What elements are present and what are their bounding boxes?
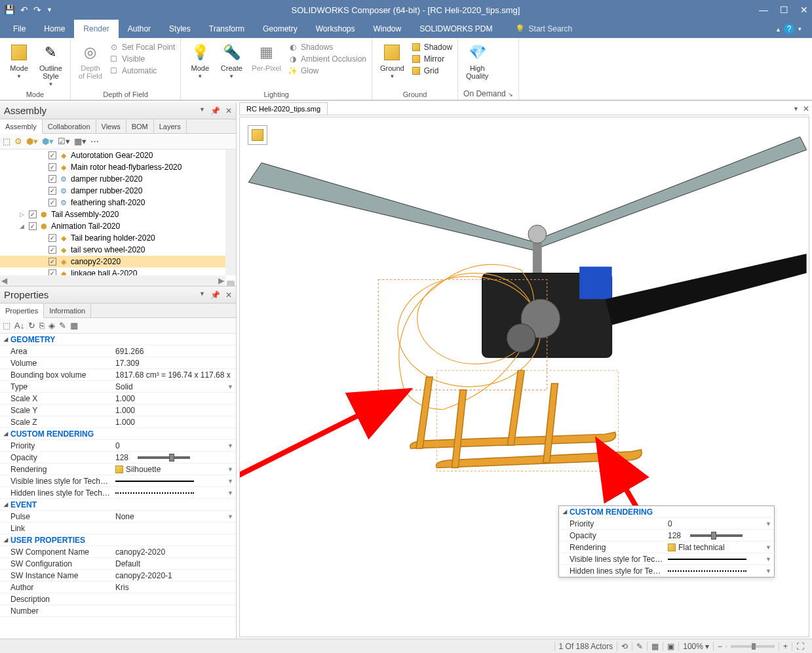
prop-tool-1[interactable]: ⬚ — [3, 321, 10, 330]
dropdown-icon[interactable]: ▼ — [227, 384, 233, 390]
tree-row[interactable]: ✓⚙damper rubber-2020 — [0, 173, 236, 185]
props-menu-icon[interactable]: ▼ — [199, 290, 205, 300]
tree-checkbox[interactable]: ✓ — [48, 187, 56, 195]
property-row[interactable]: Link — [0, 523, 236, 534]
property-row[interactable]: Opacity128 — [559, 530, 774, 542]
property-row[interactable]: Priority0▼ — [559, 518, 774, 530]
menu-render[interactable]: Render — [74, 20, 118, 38]
ground-grid-item[interactable]: Grid — [411, 66, 452, 76]
status-fullscreen-icon[interactable]: ⛶ — [792, 642, 808, 651]
status-zoom-out[interactable]: − — [713, 642, 726, 651]
lighting-mode-button[interactable]: 💡 Mode ▼ — [186, 41, 214, 81]
prop-tool-3[interactable]: ↻ — [28, 321, 35, 330]
menu-author[interactable]: Author — [119, 20, 160, 38]
dropdown-icon[interactable]: ▼ — [227, 466, 233, 473]
minimize-icon[interactable]: — — [759, 5, 768, 15]
panel-menu-icon[interactable]: ▼ — [199, 106, 205, 115]
search-box[interactable]: 💡 Start Search — [515, 24, 573, 33]
tree-tool-2[interactable]: ⚙ — [14, 136, 22, 146]
menu-transform[interactable]: Transform — [200, 20, 254, 38]
property-row[interactable]: Rendering.Silhouette▼ — [0, 464, 236, 475]
property-row[interactable]: SW ConfigurationDefault — [0, 558, 236, 570]
tree-row[interactable]: ✓◆tail servo wheel-2020 — [0, 244, 236, 256]
tab-bom[interactable]: BOM — [126, 119, 154, 133]
property-row[interactable]: Number — [0, 605, 236, 617]
tree-row[interactable]: ▷✓⬢Tail Assembly-2020 — [0, 208, 236, 220]
lighting-create-button[interactable]: 🔦 Create ▼ — [218, 41, 245, 81]
depth-of-field-button[interactable]: ◎ Depth of Field — [76, 41, 105, 81]
maximize-icon[interactable]: ☐ — [780, 5, 788, 15]
property-row[interactable]: PulseNone▼ — [0, 511, 236, 523]
tree-tool-4[interactable]: ⬢▾ — [42, 136, 54, 146]
dropdown-icon[interactable]: ▼ — [765, 556, 771, 563]
tree-tool-5[interactable]: ☑▾ — [58, 136, 70, 146]
property-row[interactable]: SW Instance Namecanopy2-2020-1 — [0, 570, 236, 582]
status-zoom-in[interactable]: + — [779, 642, 792, 651]
property-row[interactable]: Scale X1.000 — [0, 393, 236, 405]
tree-checkbox[interactable]: ✓ — [48, 175, 56, 183]
glow-item[interactable]: ✨Glow — [288, 66, 366, 76]
prop-tool-5[interactable]: ◈ — [48, 321, 55, 330]
ground-shadow-item[interactable]: Shadow — [411, 42, 452, 52]
tree-row[interactable]: ✓◆canopy2-2020 — [0, 256, 236, 267]
ground-button[interactable]: Ground ▼ — [377, 41, 407, 81]
ground-mirror-item[interactable]: Mirror — [411, 54, 452, 64]
shadows-item[interactable]: ◐Shadows — [288, 42, 366, 52]
dof-visible-item[interactable]: ☐Visible — [109, 54, 175, 64]
menu-pdm[interactable]: SOLIDWORKS PDM — [410, 20, 501, 38]
menu-workshops[interactable]: Workshops — [307, 20, 364, 38]
undo-icon[interactable]: ↶ — [20, 5, 28, 15]
high-quality-button[interactable]: 💎 High Quality — [463, 41, 491, 81]
tree-row[interactable]: ◢✓⬢Animation Tail-2020 — [0, 220, 236, 232]
property-row[interactable]: Visible lines style for Technical ....▼ — [0, 475, 236, 487]
tab-assembly[interactable]: Assembly — [0, 119, 43, 134]
menu-window[interactable]: Window — [364, 20, 411, 38]
redo-icon[interactable]: ↷ — [33, 5, 41, 15]
property-row[interactable]: Area.691.266 — [0, 346, 236, 357]
dropdown-icon[interactable]: ▼ — [765, 544, 771, 551]
properties-grid[interactable]: GEOMETRYArea.691.266Volume.17.309Boundin… — [0, 334, 236, 639]
tree-checkbox[interactable]: ✓ — [48, 163, 56, 171]
property-row[interactable]: SW Component Namecanopy2-2020 — [0, 546, 236, 558]
tree-row[interactable]: ✓◆Main rotor head-flybarless-2020 — [0, 161, 236, 173]
property-row[interactable]: Hidden lines style for Technica....▼ — [0, 487, 236, 499]
doctab-close-icon[interactable]: ✕ — [803, 104, 809, 113]
ribbon-collapse-icon[interactable]: ▴ — [777, 26, 780, 33]
dof-automatic-item[interactable]: ☐Automatic — [109, 66, 175, 76]
outline-style-button[interactable]: ✎ Outline Style ▼ — [37, 41, 65, 89]
float-custom-rendering-panel[interactable]: CUSTOM RENDERING Priority0▼Opacity128Ren… — [558, 505, 775, 578]
dropdown-icon[interactable]: ▼ — [227, 490, 233, 496]
tree-checkbox[interactable]: ✓ — [48, 151, 56, 159]
props-pin-icon[interactable]: 📌 — [210, 290, 220, 300]
property-row[interactable]: Scale Z1.000 — [0, 416, 236, 428]
dropdown-icon[interactable]: ▼ — [227, 513, 233, 520]
property-row[interactable]: Visible lines style for Technical ....▼ — [559, 553, 774, 565]
property-row[interactable]: Opacity128 — [0, 452, 236, 464]
tree-row[interactable]: ✓◆Tail bearing holder-2020 — [0, 232, 236, 244]
status-view-icon[interactable]: ▣ — [663, 642, 678, 651]
prop-tool-6[interactable]: ✎ — [59, 321, 66, 330]
status-grid-icon[interactable]: ▦ — [647, 642, 663, 651]
property-row[interactable]: Type.Solid▼ — [0, 381, 236, 393]
property-row[interactable]: Scale Y1.000 — [0, 405, 236, 416]
viewport-canvas[interactable]: CUSTOM RENDERING Priority0▼Opacity128Ren… — [239, 117, 809, 637]
props-close-icon[interactable]: ✕ — [225, 290, 232, 300]
tree-tool-3[interactable]: ⬢▾ — [26, 136, 38, 146]
prop-tool-2[interactable]: A↓ — [14, 321, 24, 330]
help-icon[interactable]: ? — [784, 24, 794, 34]
dropdown-icon[interactable]: ▼ — [227, 478, 233, 485]
prop-tool-4[interactable]: ⎘ — [39, 321, 45, 330]
help-dropdown-icon[interactable]: ▾ — [798, 26, 802, 32]
tree-row[interactable]: ✓⚙damper rubber-2020 — [0, 185, 236, 197]
panel-close-icon[interactable]: ✕ — [225, 106, 232, 115]
property-row[interactable]: Priority0▼ — [0, 440, 236, 452]
tree-checkbox[interactable]: ✓ — [48, 246, 56, 254]
tab-collaboration[interactable]: Collaboration — [43, 119, 96, 133]
menu-styles[interactable]: Styles — [160, 20, 200, 38]
tree-checkbox[interactable]: ✓ — [48, 234, 56, 242]
tab-layers[interactable]: Layers — [154, 119, 187, 133]
ambient-occlusion-item[interactable]: ◑Ambient Occlusion — [288, 54, 366, 64]
panel-pin-icon[interactable]: 📌 — [210, 106, 220, 115]
tree-checkbox[interactable]: ✓ — [48, 258, 56, 266]
status-tool-1[interactable]: ⟲ — [617, 642, 632, 651]
